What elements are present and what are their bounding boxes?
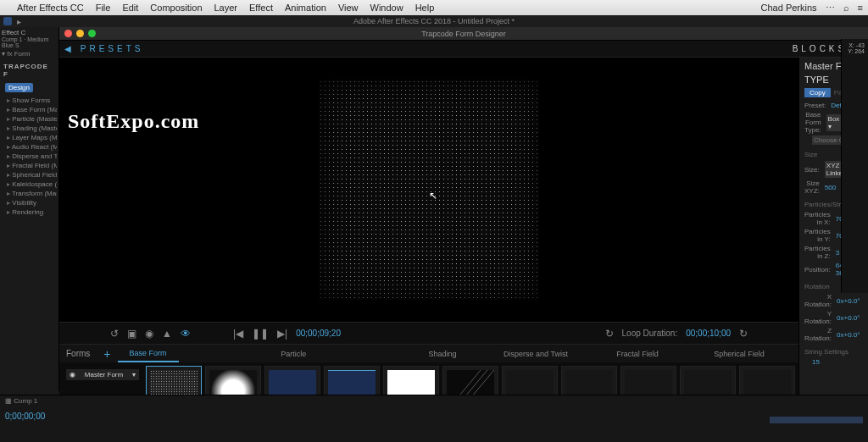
menu-window[interactable]: Window	[370, 3, 403, 13]
px-label: Particles in X:	[804, 211, 836, 226]
py-label: Particles in Y:	[804, 228, 836, 243]
yr-label: Y Rotation:	[804, 310, 837, 325]
effect-controls-tab[interactable]: Effect C	[2, 29, 57, 36]
eye-toggle-icon[interactable]: ◉	[70, 371, 75, 378]
tree-item[interactable]: Fractal Field (Mas	[2, 161, 57, 170]
fx-form-row[interactable]: ▾ fx Form	[2, 48, 57, 59]
timeline-comp-tab[interactable]: ▦ Comp 1	[5, 397, 37, 405]
comp-name: Comp 1 · Medium Blue S	[2, 36, 57, 48]
forms-label: Forms	[59, 349, 97, 358]
tree-item[interactable]: Show Forms	[2, 96, 57, 105]
trapcode-heading: TRAPCODE F	[2, 59, 57, 81]
menu-effect[interactable]: Effect	[249, 3, 273, 13]
tree-item[interactable]: Rendering	[2, 207, 57, 217]
zr-value[interactable]: 0x+0.0°	[837, 331, 863, 339]
master-form-dropdown[interactable]: ◉ Master Form ▾	[66, 369, 139, 380]
effect-controls-panel: Effect C Comp 1 · Medium Blue S ▾ fx For…	[0, 27, 59, 391]
timeline-panel: ▦ Comp 1 0;00;00;00	[0, 395, 868, 442]
section-shading[interactable]: Shading	[409, 350, 476, 358]
user-name[interactable]: Chad Perkins	[761, 3, 817, 13]
prev-frame-icon[interactable]: |◀	[233, 328, 243, 340]
tree-item[interactable]: Transform (Master	[2, 189, 57, 198]
pause-icon[interactable]: ❚❚	[252, 328, 269, 340]
selection-tool-icon[interactable]: ▸	[17, 17, 21, 26]
xr-label: X Rotation:	[804, 293, 837, 308]
designer-window-title: Trapcode Form Designer	[59, 30, 868, 38]
timeline-track[interactable]	[770, 417, 863, 423]
menu-extra-icon[interactable]: ⋯	[826, 3, 835, 14]
designer-titlebar: Trapcode Form Designer	[59, 27, 868, 41]
refresh-icon[interactable]: ↻	[739, 328, 748, 340]
menu-list-icon[interactable]: ≡	[858, 3, 863, 13]
section-particle[interactable]: Particle	[179, 350, 409, 358]
loop-duration[interactable]: 00;00;10;00	[686, 329, 731, 338]
tree-item[interactable]: Base Form (Master)	[2, 105, 57, 114]
preset-label: Preset:	[804, 102, 831, 109]
menu-view[interactable]: View	[338, 3, 359, 13]
string-settings-heading: String Settings	[804, 348, 863, 356]
preview-canvas[interactable]: ↖	[59, 58, 798, 322]
menu-file[interactable]: File	[96, 3, 111, 13]
designer-header: ◀ PRESETS BLOCKS ◀	[59, 41, 868, 58]
yr-value[interactable]: 0x+0.0°	[837, 314, 863, 322]
ae-toolbar: ▸	[0, 15, 868, 27]
designer-window: ◀ PRESETS BLOCKS ◀ ↖ ↺ ▣ ◉ ▲ 👁 |◀ ❚❚ ▶| …	[59, 41, 868, 442]
sizexyz-label: Size XYZ:	[804, 180, 825, 195]
info-y: Y: 264	[845, 48, 865, 54]
tree-item[interactable]: Disperse and Twi	[2, 152, 57, 161]
tree-item[interactable]: Particle (Master)	[2, 114, 57, 124]
centroid-icon[interactable]: ◉	[145, 328, 153, 340]
tree-item[interactable]: Layer Maps (Mast	[2, 133, 57, 142]
tree-item[interactable]: Spherical Field (M	[2, 170, 57, 180]
section-spherical[interactable]: Spherical Field	[680, 350, 798, 358]
size-label: Size:	[804, 166, 825, 174]
master-form-label: Master Form	[85, 371, 123, 378]
density-value[interactable]: 15	[812, 358, 863, 366]
tree-item[interactable]: Kaleidospace (Ma	[2, 180, 57, 189]
search-icon[interactable]: ⌕	[843, 3, 849, 13]
forms-category-bar: Forms + Base Form Particle Shading Dispe…	[59, 344, 798, 362]
tree-item[interactable]: Shading (Master)	[2, 124, 57, 133]
tree-item[interactable]: Visibility	[2, 198, 57, 207]
watermark-text: SoftExpo.com	[68, 110, 199, 133]
next-frame-icon[interactable]: ▶|	[277, 328, 287, 340]
zr-label: Z Rotation:	[804, 327, 837, 342]
transport-bar: ↺ ▣ ◉ ▲ 👁 |◀ ❚❚ ▶| 00;00;09;20 ↻ Loop Du…	[59, 322, 798, 344]
loop-label: Loop Duration:	[622, 329, 678, 338]
info-x: X: -43	[845, 42, 865, 48]
pz-label: Particles in Z:	[804, 245, 836, 260]
section-fractal[interactable]: Fractal Field	[595, 350, 680, 358]
undo-icon[interactable]: ↺	[110, 328, 119, 340]
add-form-button[interactable]: +	[97, 347, 117, 361]
menu-animation[interactable]: Animation	[285, 3, 326, 13]
pos-label: Position:	[804, 266, 836, 273]
eye-icon[interactable]: 👁	[181, 328, 191, 340]
design-button[interactable]: Design	[5, 83, 33, 92]
effect-tree: Show FormsBase Form (Master)Particle (Ma…	[2, 96, 57, 217]
cone-icon[interactable]: ▲	[162, 328, 172, 340]
menu-edit[interactable]: Edit	[122, 3, 138, 13]
timeline-timecode[interactable]: 0;00;00;00	[0, 406, 868, 426]
cursor-icon: ↖	[429, 190, 437, 202]
menu-help[interactable]: Help	[415, 3, 435, 13]
xr-value[interactable]: 0x+0.0°	[837, 297, 863, 305]
section-disperse[interactable]: Disperse and Twist	[476, 350, 595, 358]
camera-icon[interactable]: ▣	[127, 328, 136, 340]
presets-tab[interactable]: ◀ PRESETS	[64, 44, 143, 53]
menu-layer[interactable]: Layer	[214, 3, 238, 13]
timecode[interactable]: 00;00;09;20	[296, 329, 341, 338]
loop-icon[interactable]: ↻	[605, 328, 614, 340]
base-form-type-label: Base Form Type:	[804, 111, 826, 134]
app-name[interactable]: After Effects CC	[17, 3, 84, 13]
mac-menubar: After Effects CC File Edit Composition L…	[0, 0, 868, 15]
tree-item[interactable]: Audio React (Mast	[2, 142, 57, 152]
tab-base-form[interactable]: Base Form	[118, 345, 179, 362]
copy-button[interactable]: Copy	[804, 88, 831, 97]
info-panel: X: -43 Y: 264	[841, 39, 868, 293]
chevron-down-icon[interactable]: ▾	[132, 371, 136, 378]
home-icon[interactable]	[3, 17, 12, 25]
menu-composition[interactable]: Composition	[150, 3, 202, 13]
